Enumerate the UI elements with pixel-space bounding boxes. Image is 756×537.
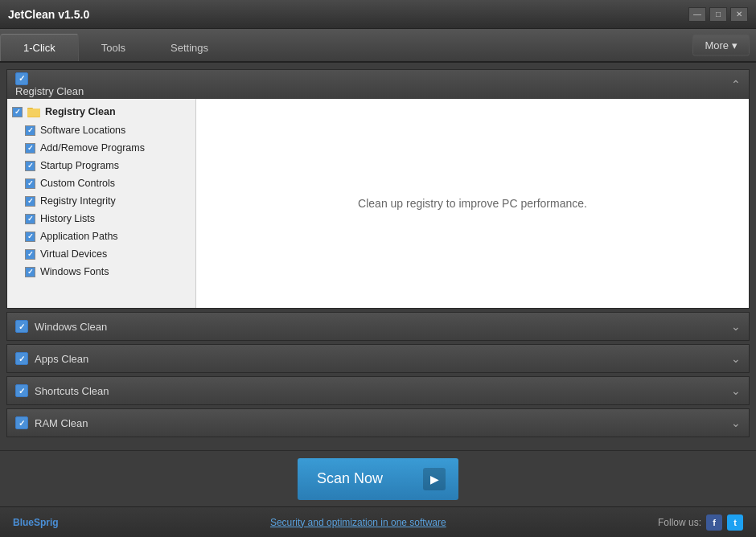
- item-checkbox-main[interactable]: [12, 107, 23, 117]
- window-controls: — □ ✕: [688, 7, 748, 22]
- tab-tools[interactable]: Tools: [79, 34, 148, 61]
- item-checkbox-history[interactable]: [25, 214, 35, 224]
- chevron-down-icon: ▾: [732, 39, 738, 51]
- scan-area: Scan Now ▶: [0, 450, 756, 506]
- ram-clean-expand-icon: [731, 416, 741, 429]
- more-button[interactable]: More ▾: [692, 35, 750, 56]
- brand-logo: BlueSprig: [13, 517, 59, 528]
- registry-list-item-history[interactable]: History Lists: [7, 210, 195, 228]
- tab-1click[interactable]: 1-Click: [0, 34, 79, 61]
- close-button[interactable]: ✕: [730, 7, 748, 22]
- registry-list-item-custom[interactable]: Custom Controls: [7, 174, 195, 192]
- footer-follow: Follow us: f t: [658, 514, 743, 531]
- registry-clean-checkbox[interactable]: [15, 72, 28, 85]
- scan-now-button[interactable]: Scan Now ▶: [298, 458, 458, 500]
- ram-clean-section[interactable]: RAM Clean: [6, 408, 750, 437]
- twitter-icon[interactable]: t: [727, 514, 743, 531]
- footer-link[interactable]: Security and optimization in one softwar…: [270, 517, 446, 528]
- registry-clean-header[interactable]: Registry Clean: [7, 70, 749, 99]
- minimize-button[interactable]: —: [688, 7, 706, 22]
- item-checkbox-integrity[interactable]: [25, 196, 35, 207]
- tab-settings[interactable]: Settings: [148, 34, 231, 61]
- scan-now-label: Scan Now: [317, 470, 383, 487]
- registry-list-item-integrity[interactable]: Registry Integrity: [7, 192, 195, 210]
- item-checkbox-custom[interactable]: [25, 178, 35, 189]
- apps-clean-expand-icon: [731, 352, 741, 365]
- registry-list-item-software[interactable]: Software Locations: [7, 121, 195, 139]
- registry-expand-icon: [731, 78, 741, 91]
- facebook-icon[interactable]: f: [706, 514, 722, 531]
- item-checkbox-addremove[interactable]: [25, 143, 35, 154]
- ram-clean-checkbox[interactable]: [15, 416, 28, 429]
- registry-body: Registry Clean Software Locations Add/Re…: [7, 99, 749, 308]
- registry-clean-title: Registry Clean: [15, 85, 84, 97]
- shortcuts-clean-checkbox[interactable]: [15, 384, 28, 397]
- item-checkbox-appaths[interactable]: [25, 232, 35, 242]
- title-bar: JetClean v1.5.0 — □ ✕: [0, 0, 756, 29]
- bottom-bar: BlueSprig Security and optimization in o…: [0, 506, 756, 537]
- main-content: Registry Clean Registry Clean: [0, 63, 756, 506]
- registry-section: Registry Clean Registry Clean: [6, 69, 750, 309]
- apps-clean-section[interactable]: Apps Clean: [6, 344, 750, 373]
- windows-clean-checkbox[interactable]: [15, 320, 28, 333]
- registry-list-item-appaths[interactable]: Application Paths: [7, 228, 195, 245]
- windows-clean-expand-icon: [731, 320, 741, 333]
- registry-list-item-fonts[interactable]: Windows Fonts: [7, 263, 195, 281]
- item-checkbox-virtual[interactable]: [25, 249, 35, 260]
- svg-rect-2: [27, 109, 40, 117]
- registry-list-item-addremove[interactable]: Add/Remove Programs: [7, 139, 195, 157]
- tab-bar: 1-Click Tools Settings More ▾: [0, 29, 756, 63]
- item-checkbox-startup[interactable]: [25, 161, 35, 171]
- apps-clean-checkbox[interactable]: [15, 352, 28, 365]
- registry-list-item-startup[interactable]: Startup Programs: [7, 157, 195, 174]
- app-title: JetClean v1.5.0: [8, 8, 89, 21]
- maximize-button[interactable]: □: [709, 7, 727, 22]
- item-checkbox-software[interactable]: [25, 125, 35, 136]
- registry-list[interactable]: Registry Clean Software Locations Add/Re…: [7, 99, 196, 308]
- shortcuts-clean-expand-icon: [731, 384, 741, 397]
- registry-clean-item-main[interactable]: Registry Clean: [7, 102, 195, 121]
- windows-clean-section[interactable]: Windows Clean: [6, 312, 750, 341]
- item-checkbox-fonts[interactable]: [25, 267, 35, 277]
- scan-arrow-icon: ▶: [423, 468, 446, 490]
- shortcuts-clean-section[interactable]: Shortcuts Clean: [6, 376, 750, 405]
- registry-list-item-virtual[interactable]: Virtual Devices: [7, 245, 195, 263]
- folder-icon: [27, 105, 40, 118]
- registry-detail-panel: Clean up registry to improve PC performa…: [196, 99, 749, 308]
